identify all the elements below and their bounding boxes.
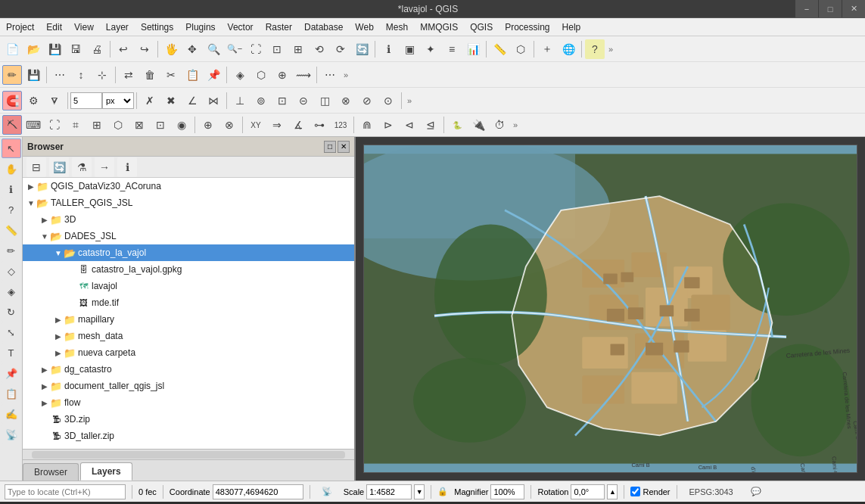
menu-raster[interactable]: Raster (260, 18, 298, 36)
collapse-all-btn[interactable]: ⊟ (26, 157, 46, 177)
save-as-button[interactable]: 🖫 (66, 39, 86, 59)
menu-mmqgis[interactable]: MMQGIS (414, 18, 464, 36)
shape-btn2[interactable]: ⊳ (378, 115, 398, 135)
menu-web[interactable]: Web (349, 18, 379, 36)
more-edit-tools[interactable]: ⋯ (320, 65, 340, 85)
adv-dig6[interactable]: ⬡ (108, 115, 128, 135)
delete-btn[interactable]: 🗑 (140, 65, 160, 85)
label-btn2[interactable]: ⊗ (219, 115, 239, 135)
more-tools-2[interactable]: » (341, 70, 351, 79)
locate-input[interactable] (5, 484, 126, 499)
adv-dig8[interactable]: ⊡ (151, 115, 170, 135)
undo-button[interactable]: ↩ (114, 39, 133, 59)
add-layer-button[interactable]: ＋ (537, 39, 557, 59)
lbox-select[interactable]: ↖ (2, 138, 21, 158)
add-ring[interactable]: ⬡ (251, 65, 271, 85)
save-edits[interactable]: 💾 (23, 65, 43, 85)
identify-button[interactable]: ℹ (378, 39, 398, 59)
lbox-label[interactable]: T (2, 343, 21, 362)
adv-dig2[interactable]: ⌨ (23, 115, 43, 135)
zoom-in-button[interactable]: 🔍 (204, 39, 223, 59)
gps-status-btn[interactable]: 📡 (317, 482, 337, 502)
snap-angle[interactable]: ∠ (182, 91, 202, 110)
more-tools-4[interactable]: » (510, 120, 521, 129)
shape-btn1[interactable]: ⋒ (357, 115, 377, 135)
cut-btn[interactable]: ✂ (161, 65, 181, 85)
refresh-button[interactable]: 🔄 (352, 39, 372, 59)
lbox-node[interactable]: ◈ (2, 282, 21, 301)
print-button[interactable]: 🖨 (87, 39, 107, 59)
python-btn[interactable]: 🐍 (447, 115, 467, 135)
adv-dig3[interactable]: ⛶ (45, 115, 64, 135)
rotation-input[interactable] (571, 484, 605, 499)
map-view[interactable]: Carretera de les Mines Carretera de les … (364, 145, 857, 472)
menu-database[interactable]: Database (298, 18, 349, 36)
tree-item-lavajol[interactable]: ▶ 🗺 lavajol (23, 278, 354, 294)
rotation-spinner-up[interactable]: ▲ (607, 484, 618, 499)
adv-dig9[interactable]: ◉ (172, 115, 191, 135)
shape-btn4[interactable]: ⊴ (421, 115, 440, 135)
zoom-full-button[interactable]: ⛶ (246, 39, 266, 59)
add-wms-button[interactable]: 🌐 (559, 39, 578, 59)
snap-config[interactable]: ⚙ (23, 91, 43, 110)
tree-item-taller[interactable]: ▼ 📂 TALLER_QGIS_JSL (23, 194, 354, 211)
angle-btn[interactable]: ∡ (288, 115, 308, 135)
scale-input[interactable] (366, 484, 412, 499)
menu-settings[interactable]: Settings (135, 18, 179, 36)
window-controls[interactable]: − □ ✕ (795, 0, 865, 18)
lbox-gps[interactable]: 📡 (2, 425, 21, 444)
snap-btn[interactable]: 🧲 (2, 91, 22, 110)
tree-item-3d[interactable]: ▶ 📁 3D (23, 211, 354, 228)
epsg-button[interactable]: EPSG:3043 (684, 482, 739, 502)
snap-tool8[interactable]: ⊝ (294, 91, 313, 110)
snap-tool7[interactable]: ⊡ (272, 91, 292, 110)
hscroll-track[interactable] (32, 451, 345, 459)
tree-item-catastro-gpkg[interactable]: ▶ 🗄 catastro_la_vajol.gpkg (23, 261, 354, 278)
more-tools-1[interactable]: » (605, 45, 616, 54)
snap-tolerance-input[interactable] (70, 92, 102, 109)
plugin-btn[interactable]: 🔌 (468, 115, 488, 135)
lbox-measure[interactable]: 📏 (2, 220, 21, 240)
menu-edit[interactable]: Edit (40, 18, 68, 36)
panel-hscroll[interactable] (23, 449, 354, 459)
messages-btn[interactable]: 💬 (746, 482, 766, 502)
redo-button[interactable]: ↪ (135, 39, 154, 59)
copy-btn[interactable]: 📋 (182, 65, 202, 85)
snap-x[interactable]: ✗ (140, 91, 160, 110)
map-canvas[interactable]: Carretera de les Mines Carretera de les … (363, 145, 857, 473)
tab-layers[interactable]: Layers (80, 462, 132, 481)
snap-x2[interactable]: ✖ (161, 91, 181, 110)
digitize-btn3[interactable]: ⊹ (92, 65, 112, 85)
menu-plugins[interactable]: Plugins (179, 18, 221, 36)
menu-vector[interactable]: Vector (222, 18, 260, 36)
select-button[interactable]: ▣ (400, 39, 419, 59)
menu-view[interactable]: View (68, 18, 100, 36)
adv-dig7[interactable]: ⊠ (129, 115, 149, 135)
num-btn[interactable]: 123 (331, 115, 350, 135)
shape-btn3[interactable]: ⊲ (400, 115, 419, 135)
add-layer-to-map-btn[interactable]: → (95, 157, 114, 177)
add-part[interactable]: ⊕ (272, 65, 292, 85)
dist-btn[interactable]: ⊶ (310, 115, 329, 135)
zoom-out-button[interactable]: 🔍− (225, 39, 244, 59)
lbox-pin[interactable]: 📌 (2, 363, 21, 383)
digitize-btn1[interactable]: ⋯ (50, 65, 70, 85)
minimize-button[interactable]: − (795, 0, 818, 18)
zoom-last-button[interactable]: ⟲ (310, 39, 329, 59)
zoom-selection-button[interactable]: ⊞ (288, 39, 308, 59)
tree-item-mapillary[interactable]: ▶ 📁 mapillary (23, 311, 354, 328)
tree-item-mesh-data[interactable]: ▶ 📁 mesh_data (23, 328, 354, 344)
close-button[interactable]: ✕ (842, 0, 865, 18)
label-btn1[interactable]: ⊕ (198, 115, 218, 135)
save-project-button[interactable]: 💾 (45, 39, 64, 59)
attribute-table-button[interactable]: ≡ (442, 39, 462, 59)
path-btn[interactable]: ⇒ (267, 115, 287, 135)
digitize-btn2[interactable]: ↕ (71, 65, 91, 85)
menu-qgis[interactable]: QGIS (464, 18, 499, 36)
new-project-button[interactable]: 📄 (2, 39, 22, 59)
xy-btn[interactable]: XY (246, 115, 266, 135)
move-btn[interactable]: ⇄ (119, 65, 138, 85)
tab-browser[interactable]: Browser (23, 463, 79, 481)
panel-restore-btn[interactable]: □ (324, 141, 336, 153)
filter-browser-btn[interactable]: ⚗ (72, 157, 92, 177)
